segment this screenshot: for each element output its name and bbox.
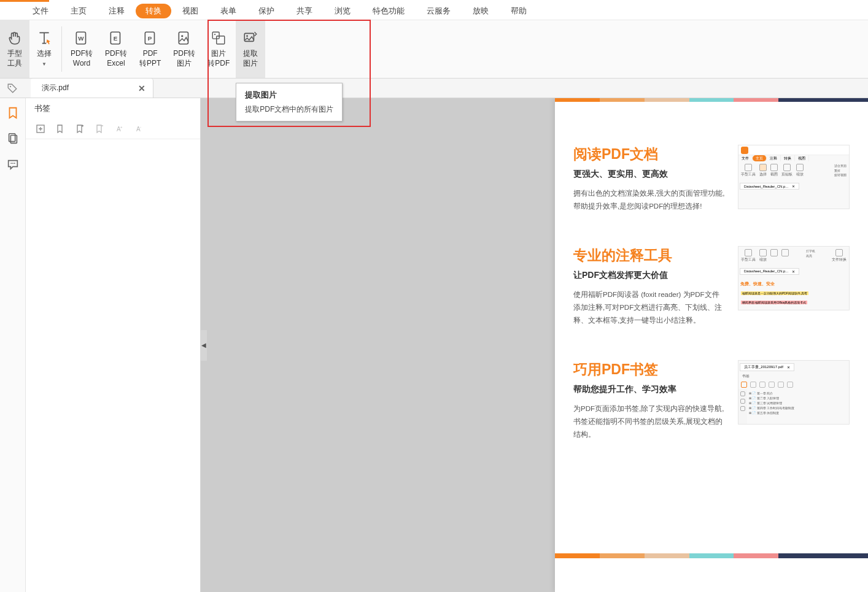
feature-subtitle: 更强大、更实用、更高效 [573, 169, 726, 180]
feature-subtitle: 让PDF文档发挥更大价值 [573, 270, 726, 281]
tag-icon[interactable] [0, 83, 25, 94]
feature-block: 巧用PDF书签 帮助您提升工作、学习效率 为PDF页面添加书签,除了实现内容的快… [573, 360, 850, 440]
svg-point-12 [247, 36, 249, 37]
svg-text:E: E [114, 36, 118, 42]
bookmark-panel-title: 书签 [26, 98, 200, 119]
document-tab-row: 演示.pdf ✕ [0, 79, 868, 98]
tooltip-title: 提取图片 [245, 90, 333, 101]
menu-view[interactable]: 视图 [171, 2, 209, 20]
feature-title: 专业的注释工具 [573, 246, 726, 265]
feature-block: 阅读PDF文档 更强大、更实用、更高效 拥有出色的文档渲染效果,强大的页面管理功… [573, 145, 850, 212]
menu-features[interactable]: 特色功能 [362, 2, 416, 20]
ribbon-label: 图片 转PDF [207, 49, 230, 68]
svg-rect-8 [213, 33, 220, 39]
bookmark-add-plus-icon[interactable] [74, 123, 86, 135]
image-pdf-icon [210, 29, 227, 47]
tooltip-desc: 提取PDF文档中的所有图片 [245, 104, 333, 115]
pdf-to-image-button[interactable]: PDF转 图片 [167, 20, 201, 78]
extract-image-icon [242, 29, 259, 47]
pdf-word-icon: W [73, 29, 90, 47]
menu-share[interactable]: 共享 [285, 2, 324, 20]
menu-file[interactable]: 文件 [21, 2, 60, 20]
text-select-icon [36, 29, 53, 47]
ribbon-toolbar: 手型 工具 选择▼ W PDF转 Word E PDF转 Excel P PDF… [0, 20, 868, 79]
svg-point-10 [214, 34, 215, 35]
menu-home[interactable]: 主页 [60, 2, 98, 20]
pdf-excel-icon: E [107, 29, 125, 47]
pdf-to-word-button[interactable]: W PDF转 Word [64, 20, 99, 78]
pdf-ppt-icon: P [142, 29, 159, 47]
ribbon-label: PDF转 图片 [173, 49, 195, 68]
chevron-down-icon: ▼ [42, 61, 47, 67]
main-area: 书签 A+ A- ◀ [0, 98, 868, 592]
bookmark-toolbar: A+ A- [26, 119, 200, 139]
close-icon[interactable]: ✕ [138, 83, 145, 93]
ribbon-separator [61, 26, 62, 72]
bookmark-add-icon[interactable] [54, 123, 66, 135]
ribbon-label: PDF转 Excel [105, 49, 127, 68]
menu-protect[interactable]: 保护 [247, 2, 285, 20]
svg-rect-9 [217, 36, 225, 44]
svg-point-13 [10, 85, 11, 86]
feature-thumbnail: 手型工具 缩放 打字机 高亮 文件转换 Datasheet_Reader_CN. [738, 246, 850, 310]
feature-block: 专业的注释工具 让PDF文档发挥更大价值 使用福昕PDF阅读器 (foxit r… [573, 246, 850, 326]
svg-text:P: P [147, 36, 152, 42]
menu-annotate[interactable]: 注释 [98, 2, 136, 20]
ribbon-label: PDF转 Word [71, 49, 93, 68]
page-content: 阅读PDF文档 更强大、更实用、更高效 拥有出色的文档渲染效果,强大的页面管理功… [555, 102, 868, 466]
bookmark-panel: 书签 A+ A- [26, 98, 201, 592]
svg-point-7 [181, 36, 183, 37]
menu-form[interactable]: 表单 [209, 2, 247, 20]
pdf-image-icon [176, 29, 193, 47]
ribbon-label: PDF 转PPT [139, 49, 161, 68]
page-top-stripe [555, 98, 868, 102]
svg-point-18 [14, 163, 15, 164]
svg-point-17 [12, 163, 14, 164]
extract-image-button[interactable]: 提取 图片 提取图片 提取PDF文档中的所有图片 [236, 20, 265, 78]
image-to-pdf-button[interactable]: 图片 转PDF [201, 20, 236, 78]
document-tab-name: 演示.pdf [42, 83, 69, 93]
svg-text:+: + [120, 125, 123, 129]
viewport-gray-area: ◀ [201, 98, 555, 592]
ribbon-label: 提取 图片 [243, 49, 258, 68]
menu-bar: 文件 主页 注释 转换 视图 表单 保护 共享 浏览 特色功能 云服务 放映 帮… [0, 2, 868, 20]
comments-icon[interactable] [6, 157, 20, 172]
tooltip: 提取图片 提取PDF文档中的所有图片 [236, 83, 343, 121]
feature-title: 巧用PDF书签 [573, 360, 726, 379]
feature-subtitle: 帮助您提升工作、学习效率 [573, 384, 726, 395]
font-decrease-icon[interactable]: A- [133, 123, 145, 135]
feature-title: 阅读PDF文档 [573, 145, 726, 164]
feature-thumbnail: 员工手册_20120917.pdf✕ 书签 ⊞ 📄 第一章 简介 ⊞ 📄 第二章… [738, 360, 850, 425]
ribbon-label: 选择▼ [37, 49, 52, 68]
svg-text:W: W [78, 36, 84, 42]
bookmark-icon[interactable] [6, 106, 20, 120]
panel-collapse-handle[interactable]: ◀ [201, 330, 207, 361]
hand-tool-button[interactable]: 手型 工具 [0, 20, 29, 78]
svg-text:-: - [140, 125, 141, 129]
feature-desc: 为PDF页面添加书签,除了实现内容的快速导航,书签还能指明不同书签的层级关系,展… [573, 402, 726, 440]
bookmark-expand-icon[interactable] [34, 123, 47, 135]
select-tool-button[interactable]: 选择▼ [29, 20, 59, 78]
menu-play[interactable]: 放映 [462, 2, 500, 20]
feature-thumbnail: 文件 主页 注释 转换 视图 手型工具 选择 截图 剪贴板 缩放 [738, 145, 850, 209]
left-sidebar-icons [0, 98, 26, 592]
pdf-page: 阅读PDF文档 更强大、更实用、更高效 拥有出色的文档渲染效果,强大的页面管理功… [555, 98, 868, 592]
font-increase-icon[interactable]: A+ [113, 123, 125, 135]
ribbon-label: 手型 工具 [7, 49, 22, 68]
feature-desc: 使用福昕PDF阅读器 (foxit reader) 为PDF文件添加注释,可对P… [573, 288, 726, 326]
pdf-to-ppt-button[interactable]: P PDF 转PPT [133, 20, 167, 78]
menu-convert[interactable]: 转换 [136, 4, 171, 18]
pages-icon[interactable] [6, 131, 20, 146]
svg-point-16 [10, 163, 12, 164]
document-viewport[interactable]: ◀ 阅读PDF文档 更强大、更实用、更高效 拥有出色的文档渲染 [201, 98, 868, 592]
page-bottom-stripe [555, 553, 868, 558]
menu-cloud[interactable]: 云服务 [416, 2, 462, 20]
bookmark-remove-icon[interactable] [93, 123, 106, 135]
menu-help[interactable]: 帮助 [500, 2, 538, 20]
menu-browse[interactable]: 浏览 [324, 2, 362, 20]
document-tab[interactable]: 演示.pdf ✕ [31, 79, 153, 98]
feature-desc: 拥有出色的文档渲染效果,强大的页面管理功能,帮助提升效率,是您阅读PDF的理想选… [573, 187, 726, 212]
pdf-to-excel-button[interactable]: E PDF转 Excel [99, 20, 133, 78]
hand-icon [6, 29, 23, 47]
